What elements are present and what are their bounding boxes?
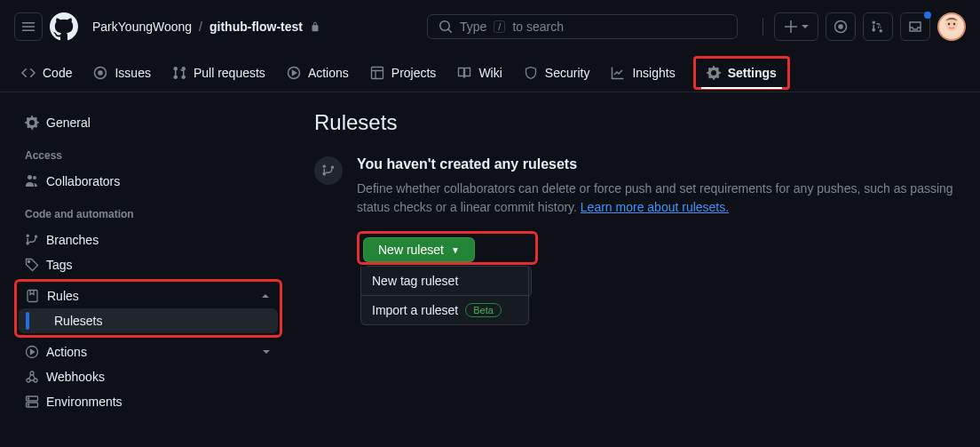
sidebar-item-general[interactable]: General (18, 110, 279, 135)
dropdown-item-label: New tag ruleset (372, 274, 458, 288)
inbox-icon (908, 20, 922, 34)
highlight-box: Settings (693, 56, 790, 90)
repo-link[interactable]: github-flow-test (209, 20, 303, 34)
empty-description: Define whether collaborators can delete … (357, 180, 959, 217)
sidebar-item-label: Collaborators (46, 174, 120, 188)
svg-point-13 (34, 379, 37, 382)
svg-point-17 (28, 398, 28, 399)
tab-label: Security (545, 66, 590, 80)
repo-icon (26, 289, 40, 303)
highlight-box: Rules Rulesets (14, 279, 282, 338)
beta-badge: Beta (465, 303, 502, 317)
issue-icon (93, 66, 107, 80)
search-input[interactable]: Type / to search (427, 14, 738, 39)
table-icon (370, 66, 384, 80)
branch-icon-circle (314, 156, 343, 185)
caret-down-icon (802, 23, 809, 30)
dropdown-item-tag[interactable]: New tag ruleset (361, 267, 528, 295)
learn-more-link[interactable]: Learn more about rulesets. (581, 200, 729, 214)
hamburger-menu-button[interactable] (14, 12, 43, 41)
svg-point-4 (948, 23, 950, 25)
sidebar-item-branches[interactable]: Branches (18, 227, 279, 252)
github-logo[interactable] (50, 12, 78, 41)
sidebar-item-collaborators[interactable]: Collaborators (18, 169, 279, 194)
search-icon (439, 20, 453, 34)
book-icon (457, 66, 471, 80)
dropdown-item-label: Import a ruleset (372, 303, 458, 317)
pullrequest-icon (172, 66, 186, 80)
sidebar-item-tags[interactable]: Tags (18, 252, 279, 277)
gear-icon (25, 116, 39, 130)
tab-insights[interactable]: Insights (604, 59, 682, 87)
empty-title: You haven't created any rulesets (357, 156, 959, 172)
pullrequest-icon (871, 20, 885, 34)
empty-body: You haven't created any rulesets Define … (357, 156, 959, 327)
chevron-up-icon (260, 291, 271, 301)
owner-link[interactable]: ParkYoungWoong (92, 20, 192, 34)
sidebar-item-environments[interactable]: Environments (18, 389, 279, 414)
search-kbd: / (494, 20, 505, 33)
sidebar-item-label: General (46, 116, 91, 130)
dropdown-menu-rest: New tag ruleset Import a ruleset Beta (360, 267, 529, 325)
branch-icon (321, 164, 336, 178)
breadcrumb-separator: / (199, 20, 202, 34)
server-icon (25, 395, 39, 409)
code-icon (21, 66, 36, 80)
sidebar-item-rules[interactable]: Rules (19, 283, 278, 308)
svg-point-18 (28, 404, 28, 405)
sidebar-heading-access: Access (18, 135, 279, 169)
tab-label: Code (43, 66, 72, 80)
branch-icon (25, 233, 39, 247)
webhook-icon (25, 370, 39, 384)
sidebar-item-label: Rulesets (54, 314, 102, 328)
tab-settings[interactable]: Settings (698, 60, 786, 85)
inbox-button[interactable] (900, 12, 930, 41)
avatar[interactable] (937, 12, 966, 41)
tab-label: Pull requests (194, 66, 265, 80)
button-label: New ruleset (378, 243, 444, 257)
tab-issues[interactable]: Issues (86, 59, 157, 87)
highlight-box: New ruleset ▼ New branch ruleset (357, 231, 538, 265)
search-type-label: Type (460, 20, 486, 34)
play-icon (287, 66, 301, 80)
tab-label: Insights (632, 66, 675, 80)
svg-rect-9 (371, 67, 383, 78)
tab-code[interactable]: Code (14, 59, 79, 87)
sidebar-item-rulesets[interactable]: Rulesets (19, 308, 278, 333)
pullrequests-button[interactable] (863, 12, 893, 41)
main: General Access Collaborators Code and au… (0, 92, 980, 414)
sidebar-heading-automation: Code and automation (18, 194, 279, 227)
people-icon (25, 174, 39, 188)
lock-icon (310, 20, 320, 33)
caret-down-icon: ▼ (451, 245, 460, 255)
tab-pulls[interactable]: Pull requests (165, 59, 273, 87)
repo-nav: Code Issues Pull requests Actions Projec… (0, 53, 980, 92)
shield-icon (524, 66, 538, 80)
tab-projects[interactable]: Projects (363, 59, 444, 87)
new-ruleset-button[interactable]: New ruleset ▼ (363, 237, 475, 262)
sidebar: General Access Collaborators Code and au… (0, 110, 293, 414)
content: Rulesets You haven't created any ruleset… (293, 110, 980, 414)
sidebar-item-label: Tags (46, 258, 73, 272)
header-actions (759, 12, 966, 41)
sidebar-item-label: Branches (46, 233, 99, 247)
empty-state: You haven't created any rulesets Define … (314, 156, 959, 327)
dropdown-item-import[interactable]: Import a ruleset Beta (361, 296, 528, 324)
sidebar-item-label: Actions (46, 345, 87, 359)
breadcrumb: ParkYoungWoong / github-flow-test (92, 20, 320, 34)
sidebar-item-webhooks[interactable]: Webhooks (18, 364, 279, 389)
tab-actions[interactable]: Actions (280, 59, 356, 87)
issues-button[interactable] (826, 12, 856, 41)
sidebar-item-actions[interactable]: Actions (18, 339, 279, 364)
tab-wiki[interactable]: Wiki (450, 59, 509, 87)
sidebar-item-label: Rules (47, 289, 79, 303)
tab-label: Issues (115, 66, 150, 80)
chevron-down-icon (261, 347, 272, 357)
page-title: Rulesets (314, 110, 959, 135)
sidebar-item-label: Webhooks (46, 370, 105, 384)
tab-security[interactable]: Security (517, 59, 597, 87)
sidebar-item-label: Environments (46, 395, 122, 409)
top-header: ParkYoungWoong / github-flow-test Type /… (0, 0, 980, 53)
play-icon (25, 345, 39, 359)
add-button[interactable] (774, 12, 818, 41)
